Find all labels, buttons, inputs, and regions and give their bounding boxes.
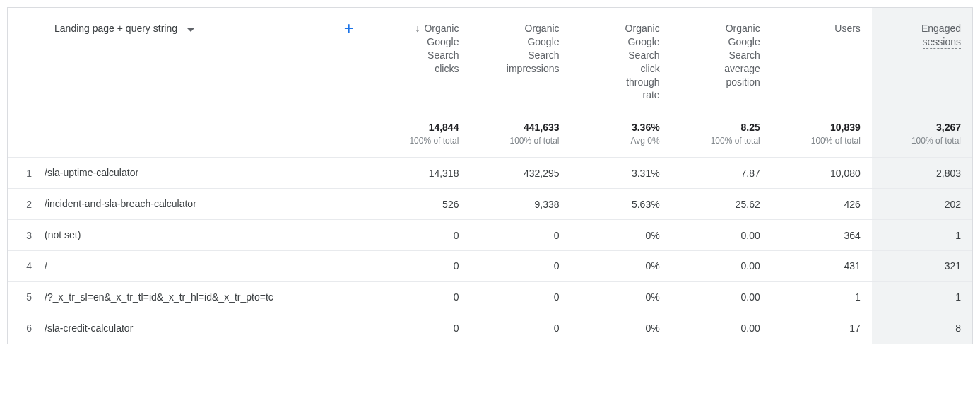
metric-cell: 0.00 bbox=[671, 220, 772, 251]
table-body: 1/sla-uptime-calculator14,318432,2953.31… bbox=[8, 158, 972, 344]
metric-cell: 431 bbox=[772, 251, 872, 282]
metric-cell: 0.00 bbox=[671, 313, 772, 343]
metric-cell: 0 bbox=[470, 220, 570, 251]
metric-cell: 25.62 bbox=[671, 189, 772, 220]
table-row[interactable]: 4/000%0.00431321 bbox=[8, 251, 972, 282]
metric-cell: 321 bbox=[872, 251, 972, 282]
column-header-label: Engaged sessions bbox=[921, 23, 961, 49]
metric-cell: 0 bbox=[370, 220, 470, 251]
metric-cell: 7.87 bbox=[671, 158, 772, 189]
totals-row: 14,844100% of total441,633100% of total3… bbox=[8, 112, 972, 158]
metric-cell: 2,803 bbox=[872, 158, 972, 189]
metric-cell: 9,338 bbox=[470, 189, 570, 220]
metric-cell: 0 bbox=[470, 251, 570, 282]
row-index: 6 bbox=[8, 313, 45, 343]
totals-subtext: Avg 0% bbox=[582, 136, 660, 146]
column-header[interactable]: Users bbox=[772, 8, 872, 112]
header-index-spacer bbox=[8, 8, 45, 112]
totals-spacer-1 bbox=[8, 112, 45, 158]
metric-cell: 14,318 bbox=[370, 158, 470, 189]
totals-cell: 8.25100% of total bbox=[671, 112, 772, 158]
sort-descending-icon: ↓ bbox=[415, 23, 420, 34]
metric-cell: 10,080 bbox=[772, 158, 872, 189]
metric-cell: 0.00 bbox=[671, 281, 772, 313]
metric-cell: 202 bbox=[872, 189, 972, 220]
table-row[interactable]: 1/sla-uptime-calculator14,318432,2953.31… bbox=[8, 158, 972, 189]
metric-cell: 0% bbox=[571, 281, 671, 313]
metric-cell: 0.00 bbox=[671, 251, 772, 282]
metric-cell: 432,295 bbox=[470, 158, 570, 189]
metric-cell: 0 bbox=[470, 281, 570, 313]
table-row[interactable]: 2/incident-and-sla-breach-calculator5269… bbox=[8, 189, 972, 220]
dimension-value[interactable]: / bbox=[45, 251, 370, 282]
totals-subtext: 100% of total bbox=[382, 136, 459, 146]
metric-cell: 8 bbox=[872, 313, 972, 343]
dimension-value[interactable]: /?_x_tr_sl=en&_x_tr_tl=id&_x_tr_hl=id&_x… bbox=[45, 281, 370, 313]
metric-cell: 0 bbox=[370, 251, 470, 282]
row-index: 1 bbox=[8, 158, 45, 189]
row-index: 2 bbox=[8, 189, 45, 220]
metric-cell: 0% bbox=[571, 251, 671, 282]
totals-cell: 14,844100% of total bbox=[370, 112, 470, 158]
dimension-value[interactable]: /sla-credit-calculator bbox=[45, 313, 370, 343]
metric-cell: 426 bbox=[772, 189, 872, 220]
metric-cell: 3.31% bbox=[571, 158, 671, 189]
metric-cell: 5.63% bbox=[571, 189, 671, 220]
add-dimension-button[interactable]: + bbox=[344, 22, 354, 35]
table-row[interactable]: 3(not set)000%0.003641 bbox=[8, 220, 972, 251]
totals-value: 14,844 bbox=[382, 122, 459, 133]
column-header[interactable]: OrganicGoogleSearchaverageposition bbox=[671, 8, 772, 112]
column-header[interactable]: OrganicGoogleSearchclickthroughrate bbox=[571, 8, 671, 112]
row-index: 3 bbox=[8, 220, 45, 251]
column-header[interactable]: Engaged sessions bbox=[872, 8, 972, 112]
table-row[interactable]: 6/sla-credit-calculator000%0.00178 bbox=[8, 313, 972, 343]
metric-cell: 1 bbox=[872, 220, 972, 251]
row-index: 5 bbox=[8, 281, 45, 313]
totals-value: 3,267 bbox=[883, 122, 961, 133]
metric-cell: 1 bbox=[772, 281, 872, 313]
analytics-table-card: Landing page + query string + ↓OrganicGo… bbox=[7, 7, 973, 344]
column-header[interactable]: OrganicGoogleSearchimpressions bbox=[470, 8, 570, 112]
metric-cell: 0 bbox=[370, 281, 470, 313]
metric-cell: 0 bbox=[470, 313, 570, 343]
row-index: 4 bbox=[8, 251, 45, 282]
totals-subtext: 100% of total bbox=[883, 136, 961, 146]
metric-cell: 0% bbox=[571, 220, 671, 251]
dimension-value[interactable]: /incident-and-sla-breach-calculator bbox=[45, 189, 370, 220]
totals-cell: 3.36%Avg 0% bbox=[571, 112, 671, 158]
metric-cell: 1 bbox=[872, 281, 972, 313]
totals-value: 8.25 bbox=[683, 122, 760, 133]
dimension-value[interactable]: /sla-uptime-calculator bbox=[45, 158, 370, 189]
table-header-row: Landing page + query string + ↓OrganicGo… bbox=[8, 8, 972, 112]
totals-subtext: 100% of total bbox=[683, 136, 760, 146]
totals-cell: 441,633100% of total bbox=[470, 112, 570, 158]
totals-spacer-2 bbox=[45, 112, 370, 158]
totals-value: 10,839 bbox=[783, 122, 861, 133]
dimension-value[interactable]: (not set) bbox=[45, 220, 370, 251]
metric-cell: 0 bbox=[370, 313, 470, 343]
dimension-header[interactable]: Landing page + query string + bbox=[45, 8, 370, 112]
chevron-down-icon bbox=[187, 23, 194, 36]
table-row[interactable]: 5/?_x_tr_sl=en&_x_tr_tl=id&_x_tr_hl=id&_… bbox=[8, 281, 972, 313]
column-header-label: Users bbox=[834, 23, 861, 35]
metric-cell: 17 bbox=[772, 313, 872, 343]
analytics-table: Landing page + query string + ↓OrganicGo… bbox=[8, 8, 972, 344]
metric-cell: 364 bbox=[772, 220, 872, 251]
totals-cell: 3,267100% of total bbox=[872, 112, 972, 158]
totals-cell: 10,839100% of total bbox=[772, 112, 872, 158]
metric-cell: 526 bbox=[370, 189, 470, 220]
totals-subtext: 100% of total bbox=[481, 136, 559, 146]
dimension-label: Landing page + query string bbox=[54, 23, 177, 34]
totals-value: 441,633 bbox=[481, 122, 559, 133]
totals-subtext: 100% of total bbox=[783, 136, 861, 146]
metric-cell: 0% bbox=[571, 313, 671, 343]
column-header[interactable]: ↓OrganicGoogleSearchclicks bbox=[370, 8, 470, 112]
totals-value: 3.36% bbox=[582, 122, 660, 133]
